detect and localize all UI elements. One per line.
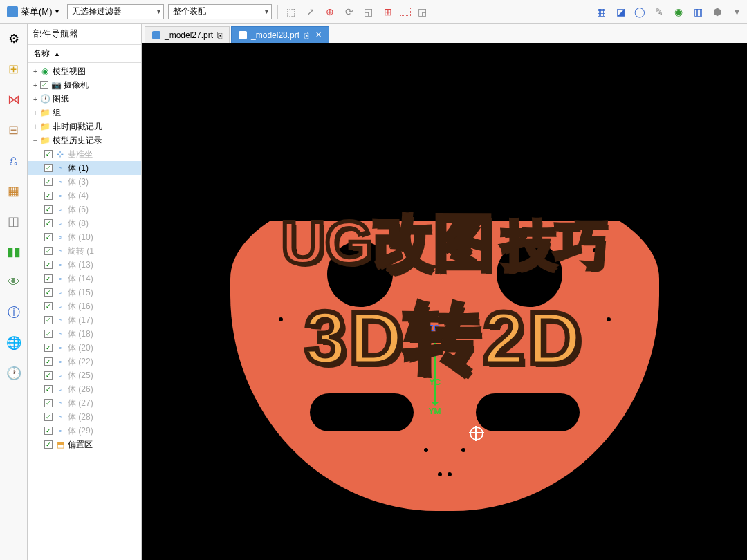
tree-history-item[interactable]: ✓⊹基准坐 [28, 147, 141, 161]
tree-history-item[interactable]: ✓▫体 (26) [28, 382, 141, 396]
tree-history-item[interactable]: ✓▫体 (10) [28, 230, 141, 244]
tree-history-item[interactable]: ✓▫体 (28) [28, 410, 141, 424]
rail-link-icon[interactable]: ⎌ [4, 151, 24, 170]
file-tab[interactable]: _model27.prt⎘ [145, 26, 230, 43]
rail-constraint-icon[interactable]: ⋈ [4, 90, 24, 109]
left-icon-rail: ⚙ ⊞ ⋈ ⊟ ⎌ ▦ ◫ ▮▮ 👁 ⓘ 🌐 🕐 [0, 24, 28, 560]
axis-x-label: XC [463, 330, 475, 340]
tree-history-item[interactable]: ✓▫体 (3) [28, 175, 141, 189]
rail-assembly-icon[interactable]: ⊞ [4, 59, 24, 79]
view-icon-6[interactable]: ▥ [690, 4, 706, 19]
tree-history-item[interactable]: ✓▫体 (15) [28, 286, 141, 299]
tool-icon-3[interactable]: ⊕ [322, 4, 338, 19]
view-icon-7[interactable]: ⬢ [710, 4, 725, 19]
tool-icon-5[interactable]: ◱ [361, 4, 376, 19]
tool-icon-6[interactable]: ⊞ [380, 4, 396, 19]
axis-z-label: ZC [429, 324, 440, 333]
view-icon-8[interactable]: ▾ [729, 4, 744, 19]
tree-node[interactable]: +✓📷摄像机 [28, 78, 141, 92]
view-icon-5[interactable]: ◉ [671, 4, 686, 19]
tab-close-icon[interactable]: ✕ [315, 30, 322, 39]
tree-history-item[interactable]: ✓▫体 (29) [28, 424, 141, 438]
tool-icon-4[interactable]: ⟳ [342, 4, 357, 19]
view-icon-2[interactable]: ◪ [613, 4, 628, 19]
assembly-filter-dropdown[interactable]: 整个装配 [168, 4, 272, 19]
menu-button[interactable]: 菜单(M) ▾ [3, 4, 63, 19]
file-icon [239, 31, 247, 39]
tree-history-item[interactable]: ✓▫体 (25) [28, 368, 141, 382]
tree-history-item[interactable]: ✓▫体 (22) [28, 355, 141, 368]
tree-history-item[interactable]: ✓▫体 (13) [28, 258, 141, 272]
model-render [230, 179, 659, 511]
view-cursor-icon [469, 426, 484, 441]
tree-history-item[interactable]: ✓▫体 (1) [28, 161, 141, 175]
tree-history-item[interactable]: ✓▫体 (17) [28, 313, 141, 327]
navigator-tree[interactable]: +◉模型视图+✓📷摄像机+🕐图纸+📁组+📁非时间戳记几−📁模型历史记录✓⊹基准坐… [28, 63, 141, 560]
tool-icon-7[interactable] [400, 8, 411, 16]
tree-history-item[interactable]: ✓▫体 (14) [28, 272, 141, 286]
tool-icon-1[interactable]: ⬚ [284, 4, 299, 19]
rail-drafting-icon[interactable]: ◫ [4, 212, 24, 231]
tab-state-icon: ⎘ [217, 30, 222, 40]
view-icon-1[interactable]: ▦ [593, 4, 609, 19]
tree-node[interactable]: +📁组 [28, 106, 141, 120]
dropdown-arrow-icon: ▾ [55, 8, 59, 15]
menu-icon [7, 6, 18, 17]
tree-node[interactable]: +◉模型视图 [28, 64, 141, 78]
sort-arrow-icon: ▲ [54, 50, 60, 57]
rail-books-icon[interactable]: ▮▮ [4, 242, 24, 261]
3d-viewport[interactable]: XC YC YM ZC UG改图 技巧 3D转2D [142, 43, 747, 560]
rail-web-icon[interactable]: 🌐 [4, 333, 24, 353]
rail-sheet-icon[interactable]: ▦ [4, 181, 24, 200]
menu-label: 菜单(M) [21, 6, 53, 18]
view-icon-3[interactable]: ◯ [632, 4, 647, 19]
top-toolbar: 菜单(M) ▾ 无选择过滤器 整个装配 ⬚ ↗ ⊕ ⟳ ◱ ⊞ ◲ ▦ ◪ ◯ … [0, 0, 747, 24]
tab-state-icon: ⎘ [304, 30, 308, 40]
rail-settings-icon[interactable]: ⚙ [4, 29, 24, 48]
tree-history-item[interactable]: ✓▫体 (27) [28, 396, 141, 410]
tool-icon-8[interactable]: ◲ [415, 4, 430, 19]
file-tab[interactable]: _model28.prt⎘✕ [231, 26, 329, 43]
file-icon [152, 31, 160, 39]
rail-info-icon[interactable]: ⓘ [4, 303, 24, 322]
viewport-area: _model27.prt⎘_model28.prt⎘✕ [142, 24, 747, 560]
tree-history-item[interactable]: ✓▫体 (6) [28, 203, 141, 216]
file-tab-bar: _model27.prt⎘_model28.prt⎘✕ [142, 24, 747, 43]
tree-node[interactable]: −📁模型历史记录 [28, 133, 141, 147]
tree-history-item[interactable]: ✓⬒偏置区 [28, 438, 141, 451]
tree-node[interactable]: +🕐图纸 [28, 92, 141, 106]
tool-icon-2[interactable]: ↗ [303, 4, 318, 19]
navigator-title: 部件导航器 [28, 24, 141, 45]
separator [277, 5, 278, 19]
part-navigator-panel: 部件导航器 名称 ▲ +◉模型视图+✓📷摄像机+🕐图纸+📁组+📁非时间戳记几−📁… [28, 24, 142, 560]
rail-history-icon[interactable]: 🕐 [4, 364, 24, 383]
tree-node[interactable]: +📁非时间戳记几 [28, 120, 141, 133]
tree-history-item[interactable]: ✓▫体 (8) [28, 216, 141, 230]
axis-y-label: YC [430, 377, 441, 387]
view-icon-4[interactable]: ✎ [652, 4, 667, 19]
axis-ym-label: YM [429, 407, 441, 416]
tree-history-item[interactable]: ✓▫旋转 (1 [28, 244, 141, 258]
tree-history-item[interactable]: ✓▫体 (20) [28, 341, 141, 355]
selection-filter-dropdown[interactable]: 无选择过滤器 [67, 4, 164, 19]
navigator-column-header[interactable]: 名称 ▲ [28, 45, 141, 63]
tree-history-item[interactable]: ✓▫体 (16) [28, 299, 141, 313]
rail-visibility-icon[interactable]: 👁 [4, 272, 24, 292]
tree-history-item[interactable]: ✓▫体 (18) [28, 327, 141, 341]
main-area: ⚙ ⊞ ⋈ ⊟ ⎌ ▦ ◫ ▮▮ 👁 ⓘ 🌐 🕐 部件导航器 名称 ▲ +◉模型… [0, 24, 747, 560]
tree-history-item[interactable]: ✓▫体 (4) [28, 189, 141, 203]
rail-database-icon[interactable]: ⊟ [4, 120, 24, 140]
